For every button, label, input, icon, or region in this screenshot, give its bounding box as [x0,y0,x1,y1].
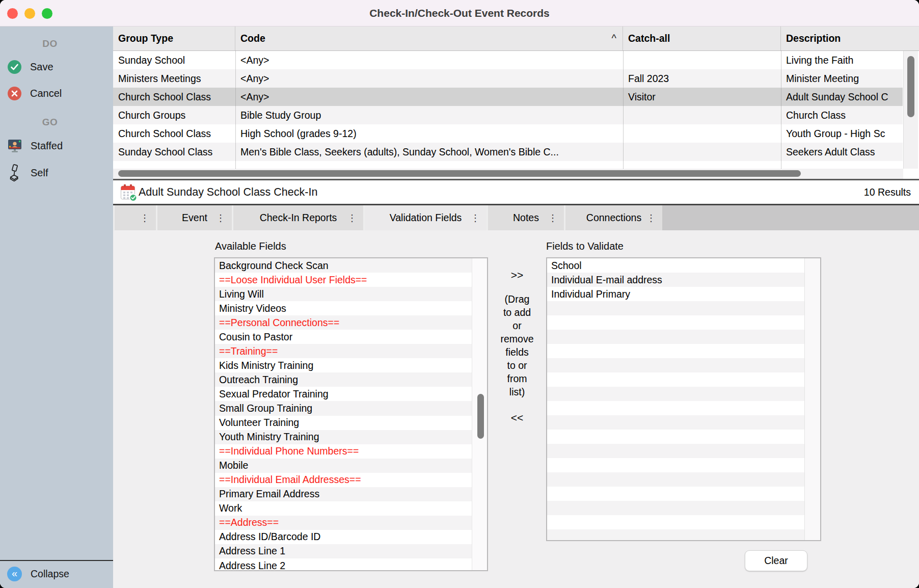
available-field-item[interactable]: ==Personal Connections== [215,315,472,330]
drag-hint-text: (Drag to add or remove fields to or from… [488,292,546,398]
available-field-item[interactable]: Sexual Predator Training [215,387,472,401]
horizontal-scrollbar[interactable] [113,169,903,179]
available-field-item[interactable]: Small Group Training [215,401,472,415]
collapse-strip: « Collapse [0,560,113,588]
column-separator [781,51,781,169]
validate-field-item[interactable]: School [547,258,804,273]
tab[interactable]: i Notes ⋮ [486,205,564,230]
available-field-item[interactable]: Ministry Videos [215,301,472,315]
cell-catch-all [623,124,781,143]
window-title: Check-In/Check-Out Event Records [0,0,919,26]
cell-description: Living the Faith [781,51,903,69]
available-field-item[interactable]: Address Line 1 [215,544,472,558]
tab-label: Validation Fields [390,212,462,224]
minimize-window-icon[interactable] [24,8,35,19]
close-window-icon[interactable] [7,8,18,19]
app-window: Check-In/Check-Out Event Records DO Save… [0,0,919,588]
column-header-group-type[interactable]: Group Type [113,26,235,50]
horizontal-scrollbar-thumb[interactable] [118,170,801,177]
available-field-item[interactable]: ==Loose Individual User Fields== [215,273,472,287]
available-field-item[interactable]: Outreach Training [215,372,472,387]
available-field-item[interactable]: ==Individual Phone Numbers== [215,444,472,459]
cell-group-type: Church Groups [113,106,235,124]
self-button[interactable]: Self [8,164,48,181]
tab-label: Connections [586,212,641,224]
tab-menu-dots-icon[interactable]: ⋮ [140,212,149,224]
results-count: 10 Results [864,180,911,204]
cell-description: Minister Meeting [781,69,903,88]
available-field-item[interactable]: ==Training== [215,344,472,358]
available-list-scrollbar[interactable] [472,258,487,570]
column-header-description[interactable]: Description [781,26,919,50]
cell-catch-all [623,143,781,161]
available-field-item[interactable]: Youth Ministry Training [215,430,472,444]
available-field-item[interactable]: Mobile [215,459,472,473]
tab[interactable]: i Connections ⋮ [564,205,662,230]
save-label: Save [30,61,53,73]
cell-code: High School (grades 9-12) [235,124,623,143]
cell-code: Bible Study Group [235,106,623,124]
tab-menu-dots-icon[interactable]: ⋮ [347,212,357,224]
table-row[interactable]: Sunday School <Any> Living the Faith [113,51,903,69]
validate-field-item[interactable]: Individual Primary [547,287,804,301]
tab-menu-dots-icon[interactable]: ⋮ [216,212,225,224]
available-fields-list[interactable]: Background Check Scan==Loose Individual … [214,257,488,571]
chevron-double-left-icon: « [7,567,22,581]
available-field-item[interactable]: Address ID/Barcode ID [215,530,472,544]
available-field-item[interactable]: Primary Email Address [215,487,472,501]
cancel-button[interactable]: Cancel [8,87,62,100]
vertical-scrollbar[interactable] [903,51,918,169]
available-field-item[interactable]: Kids Ministry Training [215,358,472,372]
tab[interactable]: i ⋮ [113,205,156,230]
validate-field-item[interactable]: Individual E-mail address [547,273,804,287]
staffed-button[interactable]: Staffed [8,139,63,153]
tab[interactable]: i Event ⋮ [156,205,232,230]
sidebar-section-do: DO [0,38,100,49]
check-circle-icon [8,60,21,74]
table-row[interactable]: Sunday School Class Men's Bible Class, S… [113,143,903,161]
available-field-item[interactable]: Background Check Scan [215,258,472,273]
cell-group-type: Ministers Meetings [113,69,235,88]
cell-catch-all [623,106,781,124]
collapse-label: Collapse [31,568,69,580]
tab-label: Notes [513,212,539,224]
tab[interactable]: i Validation Fields ⋮ [363,205,486,230]
zoom-window-icon[interactable] [42,8,52,19]
fields-to-validate-list[interactable]: SchoolIndividual E-mail addressIndividua… [546,257,821,541]
cell-code: <Any> [235,69,623,88]
remove-fields-arrows: << [488,412,546,424]
available-field-item[interactable]: Address Line 2 [215,558,472,571]
available-field-item[interactable]: ==Address== [215,516,472,530]
fields-to-validate-label: Fields to Validate [546,240,624,252]
cell-description: Youth Group - High Sc [781,124,903,143]
tab[interactable]: i Check-In Reports ⋮ [232,205,363,230]
available-field-item[interactable]: Cousin to Pastor [215,330,472,344]
table-row[interactable]: Church Groups Bible Study Group Church C… [113,106,903,124]
available-list-scrollbar-thumb[interactable] [477,394,484,439]
table-row[interactable]: Church School Class <Any> Visitor Adult … [113,88,903,106]
available-field-item[interactable]: Volunteer Training [215,416,472,430]
column-header-code-label: Code [240,33,265,44]
column-header-code[interactable]: Code ^ [235,26,623,50]
clear-button[interactable]: Clear [745,550,807,571]
cell-catch-all: Fall 2023 [623,69,781,88]
cell-description: Adult Sunday School C [781,88,903,106]
table-row[interactable]: Church School Class High School (grades … [113,124,903,143]
column-separator [235,51,236,169]
available-field-item[interactable]: Work [215,501,472,516]
tab-menu-dots-icon[interactable]: ⋮ [471,212,480,224]
self-label: Self [31,167,48,179]
table-row[interactable]: Ministers Meetings <Any> Fall 2023 Minis… [113,69,903,88]
available-field-item[interactable]: ==Individual Email Addresses== [215,473,472,487]
sidebar: DO Save Cancel GO [0,26,113,588]
save-button[interactable]: Save [8,60,53,74]
tab-menu-dots-icon[interactable]: ⋮ [548,212,557,224]
record-header: Adult Sunday School Class Check-In 10 Re… [113,180,919,205]
tab-menu-dots-icon[interactable]: ⋮ [646,212,656,224]
vertical-scrollbar-thumb[interactable] [907,56,914,117]
cell-catch-all [623,51,781,69]
column-header-catch-all[interactable]: Catch-all [623,26,781,50]
available-field-item[interactable]: Living Will [215,287,472,301]
collapse-button[interactable]: « Collapse [7,567,69,581]
title-bar: Check-In/Check-Out Event Records [0,0,919,26]
